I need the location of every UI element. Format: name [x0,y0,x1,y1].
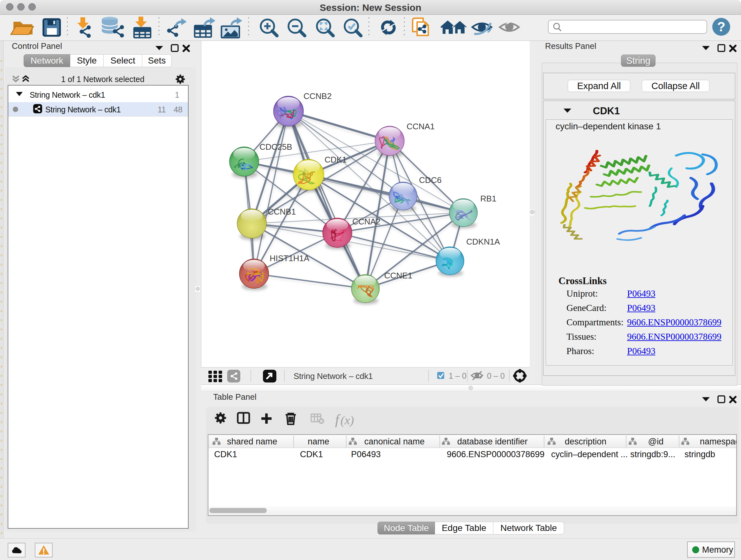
svg-text:@id: @id [648,437,664,446]
svg-text:database identifier: database identifier [457,437,528,446]
svg-text:shared name: shared name [227,437,277,446]
svg-text:CCNB2: CCNB2 [304,91,332,101]
svg-text:RB1: RB1 [480,194,496,203]
svg-text:name: name [308,437,329,446]
svg-text:1 – 0: 1 – 0 [449,371,467,380]
svg-text:(x): (x) [340,414,354,427]
svg-text:CCNE1: CCNE1 [384,271,412,280]
svg-text:description: description [565,437,607,446]
svg-text:HIST1H1A: HIST1H1A [270,253,310,263]
svg-text:CCNA2: CCNA2 [352,217,381,226]
svg-text:?: ? [717,19,725,34]
svg-text:canonical name: canonical name [364,437,424,446]
svg-text:namespac: namespac [700,437,736,446]
svg-text:f: f [335,412,341,428]
svg-text:0 – 0: 0 – 0 [487,371,505,380]
svg-text:CDKN1A: CDKN1A [466,237,500,246]
svg-text:CDC25B: CDC25B [259,142,292,152]
svg-text:String Network – cdk1: String Network – cdk1 [293,371,373,381]
svg-text:CDC6: CDC6 [419,175,442,185]
svg-text:CDK1: CDK1 [325,155,347,165]
svg-text:CCNA1: CCNA1 [407,122,434,131]
svg-text:CCNB1: CCNB1 [268,207,296,216]
